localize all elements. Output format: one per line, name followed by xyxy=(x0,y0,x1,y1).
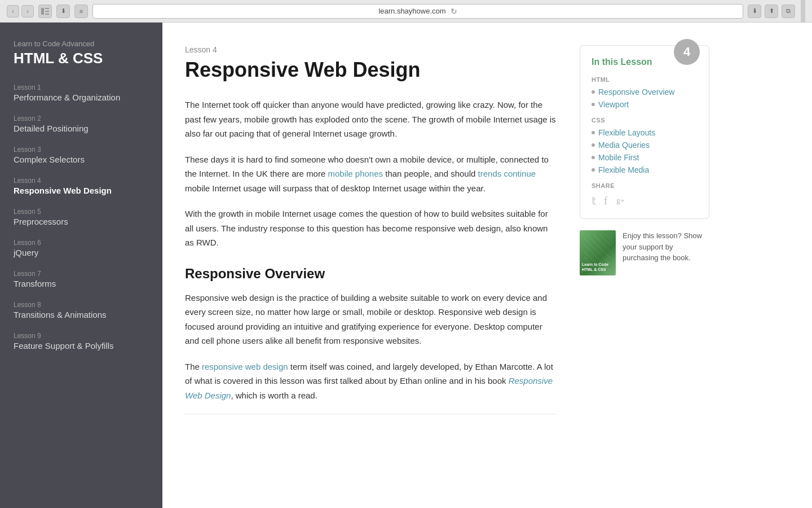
main-content: Lesson 4 Responsive Web Design The Inter… xyxy=(162,23,812,508)
sidebar-item-lesson-2[interactable]: Lesson 2 Detailed Positioning xyxy=(14,115,149,133)
lesson-label: Lesson 4 xyxy=(14,177,149,185)
download-button[interactable]: ⬇ xyxy=(748,5,761,18)
svg-rect-2 xyxy=(45,11,49,12)
book-cover: Learn to CodeHTML & CSS xyxy=(580,230,616,275)
lesson-label: Lesson 3 xyxy=(14,146,149,154)
address-bar[interactable]: learn.shayhowe.com ↻ xyxy=(92,4,743,19)
lesson-label: Lesson 2 xyxy=(14,115,149,122)
css-section-label: CSS xyxy=(592,117,698,124)
intro-paragraph-3: With the growth in mobile Internet usage… xyxy=(185,207,557,250)
book-promo: Learn to CodeHTML & CSS Enjoy this lesso… xyxy=(580,230,709,275)
link-item: Flexible Media xyxy=(592,165,698,174)
mobile-phones-link[interactable]: mobile phones xyxy=(328,169,383,178)
section-divider xyxy=(185,414,557,414)
trends-continue-link[interactable]: trends continue xyxy=(478,169,536,178)
forward-button[interactable]: › xyxy=(21,5,34,17)
lesson-name: Transitions & Animations xyxy=(14,310,149,319)
book-cover-title: Learn to CodeHTML & CSS xyxy=(582,262,614,272)
share-icons: 𝕥 f g+ xyxy=(592,195,698,207)
sidebar-title: HTML & CSS xyxy=(14,50,149,67)
bookmark-button[interactable]: ⬇ xyxy=(56,5,70,18)
section-paragraph-1: Responsive web design is the practice of… xyxy=(185,291,557,348)
sidebar: Learn to Code Advanced HTML & CSS Lesson… xyxy=(0,23,162,508)
lesson-badge: 4 xyxy=(674,39,700,65)
back-button[interactable]: ‹ xyxy=(7,5,19,17)
facebook-icon[interactable]: f xyxy=(604,195,608,207)
browser-chrome: ‹ › ⬇ ≡ learn.shayhowe.com ↻ ⬇ ⬆ ⧉ xyxy=(0,0,812,23)
html-links: Responsive Overview Viewport xyxy=(592,87,698,109)
sidebar-toggle-button[interactable] xyxy=(38,5,52,18)
lesson-number-label: Lesson 4 xyxy=(185,45,557,54)
content-body: Lesson 4 Responsive Web Design The Inter… xyxy=(185,45,557,485)
lesson-name: Performance & Organization xyxy=(14,93,149,102)
lesson-name: Responsive Web Design xyxy=(14,186,149,195)
book-link[interactable]: Responsive Web Design xyxy=(185,376,553,400)
link-item: Viewport xyxy=(592,100,698,109)
page-wrapper: Learn to Code Advanced HTML & CSS Lesson… xyxy=(0,23,812,508)
section-paragraph-2: The responsive web design term itself wa… xyxy=(185,360,557,403)
lesson-name: Preprocessors xyxy=(14,217,149,226)
link-item: Responsive Overview xyxy=(592,87,698,97)
share-button[interactable]: ⬆ xyxy=(765,5,778,18)
lesson-label: Lesson 9 xyxy=(14,332,149,340)
responsive-web-design-link[interactable]: responsive web design xyxy=(202,362,288,371)
bullet-icon xyxy=(592,103,595,106)
section-heading: Responsive Overview xyxy=(185,266,557,282)
link-item: Mobile First xyxy=(592,153,698,162)
book-cover-image: Learn to CodeHTML & CSS xyxy=(580,230,616,275)
lesson-list: Lesson 1 Performance & Organization Less… xyxy=(14,84,149,351)
link-item: Flexible Layouts xyxy=(592,128,698,137)
menu-button[interactable]: ≡ xyxy=(74,5,88,18)
new-tab-button[interactable]: ⧉ xyxy=(782,5,795,18)
responsive-overview-link[interactable]: Responsive Overview xyxy=(598,87,674,97)
html-section-label: HTML xyxy=(592,76,698,83)
sidebar-item-lesson-8[interactable]: Lesson 8 Transitions & Animations xyxy=(14,301,149,319)
lesson-heading: Responsive Web Design xyxy=(185,58,557,82)
lesson-name: jQuery xyxy=(14,248,149,257)
sidebar-item-lesson-1[interactable]: Lesson 1 Performance & Organization xyxy=(14,84,149,102)
lesson-label: Lesson 6 xyxy=(14,239,149,247)
svg-rect-0 xyxy=(41,8,44,15)
css-links: Flexible Layouts Media Queries Mobile Fi… xyxy=(592,128,698,174)
reload-icon[interactable]: ↻ xyxy=(451,7,457,16)
lesson-label: Lesson 1 xyxy=(14,84,149,91)
lesson-name: Complex Selectors xyxy=(14,155,149,164)
sidebar-item-lesson-9[interactable]: Lesson 9 Feature Support & Polyfills xyxy=(14,332,149,351)
address-text: learn.shayhowe.com xyxy=(378,7,445,15)
sidebar-item-lesson-4[interactable]: Lesson 4 Responsive Web Design xyxy=(14,177,149,195)
bookmark-icon: ⬇ xyxy=(61,7,66,15)
menu-icon: ≡ xyxy=(80,8,83,15)
intro-paragraph-2: These days it is hard to find someone wh… xyxy=(185,152,557,196)
svg-rect-1 xyxy=(45,8,49,9)
intro-paragraph-1: The Internet took off quicker than anyon… xyxy=(185,98,557,141)
right-panel: 4 In this Lesson HTML Responsive Overvie… xyxy=(580,45,709,485)
lesson-name: Feature Support & Polyfills xyxy=(14,341,149,351)
media-queries-link[interactable]: Media Queries xyxy=(598,141,650,150)
lesson-label: Lesson 5 xyxy=(14,208,149,216)
twitter-icon[interactable]: 𝕥 xyxy=(592,195,596,207)
browser-nav: ‹ › xyxy=(7,5,34,17)
lesson-box: 4 In this Lesson HTML Responsive Overvie… xyxy=(580,45,709,219)
mobile-first-link[interactable]: Mobile First xyxy=(598,153,639,162)
lesson-label: Lesson 8 xyxy=(14,301,149,309)
bullet-icon xyxy=(592,90,595,94)
sidebar-item-lesson-5[interactable]: Lesson 5 Preprocessors xyxy=(14,208,149,226)
sidebar-subtitle: Learn to Code Advanced xyxy=(14,40,149,48)
viewport-link[interactable]: Viewport xyxy=(598,100,629,109)
svg-rect-3 xyxy=(45,14,49,15)
flexible-media-link[interactable]: Flexible Media xyxy=(598,165,649,174)
lesson-label: Lesson 7 xyxy=(14,270,149,278)
link-item: Media Queries xyxy=(592,141,698,150)
sidebar-item-lesson-6[interactable]: Lesson 6 jQuery xyxy=(14,239,149,257)
share-label: SHARE xyxy=(592,182,698,189)
sidebar-item-lesson-7[interactable]: Lesson 7 Transforms xyxy=(14,270,149,288)
bullet-icon xyxy=(592,168,595,172)
lesson-name: Detailed Positioning xyxy=(14,124,149,133)
bullet-icon xyxy=(592,131,595,134)
googleplus-icon[interactable]: g+ xyxy=(616,196,625,205)
lesson-name: Transforms xyxy=(14,279,149,288)
flexible-layouts-link[interactable]: Flexible Layouts xyxy=(598,128,655,137)
sidebar-item-lesson-3[interactable]: Lesson 3 Complex Selectors xyxy=(14,146,149,164)
book-promo-text: Enjoy this lesson? Show your support by … xyxy=(623,230,709,264)
bullet-icon xyxy=(592,143,595,147)
